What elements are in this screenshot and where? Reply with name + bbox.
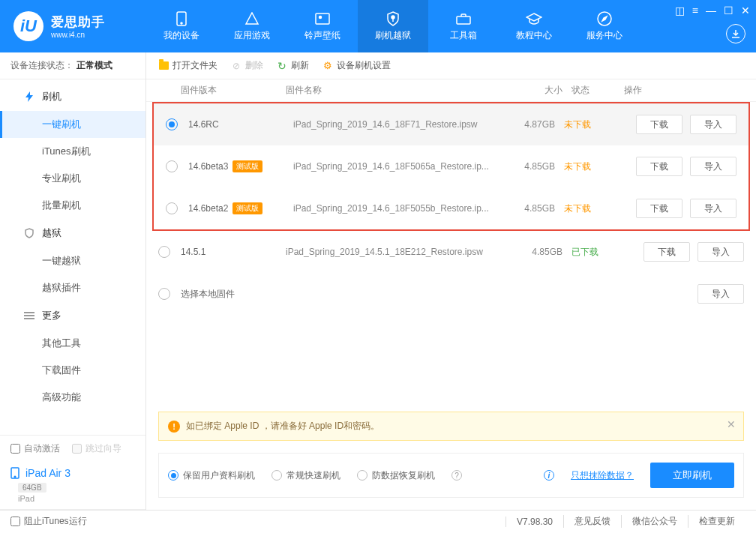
- sidebar-group-flash[interactable]: 刷机: [0, 82, 146, 111]
- sidebar-item-itunes-flash[interactable]: iTunes刷机: [0, 138, 146, 165]
- table-row-local: 选择本地固件 导入: [146, 273, 756, 315]
- firmware-radio[interactable]: [166, 202, 178, 214]
- sidebar-item-other-tools[interactable]: 其他工具: [0, 330, 146, 357]
- flash-mode-row: 保留用户资料刷机 常规快速刷机 防数据恢复刷机 ? i 只想抹除数据？ 立即刷机: [158, 453, 744, 498]
- svg-rect-2: [316, 13, 329, 24]
- nav-tutorials[interactable]: 教程中心: [499, 0, 569, 52]
- download-button[interactable]: 下载: [644, 242, 690, 262]
- main-panel: 打开文件夹 ⊘删除 ↻刷新 ⚙设备刷机设置 固件版本 固件名称 大小 状态 操作…: [146, 52, 756, 510]
- table-row: 14.5.1 iPad_Spring_2019_14.5.1_18E212_Re…: [146, 231, 756, 273]
- device-selector[interactable]: iPad Air 3: [0, 461, 146, 482]
- firmware-radio[interactable]: [166, 160, 178, 172]
- wechat-link[interactable]: 微信公众号: [621, 515, 688, 528]
- svg-point-4: [392, 16, 394, 19]
- storage-badge: 64GB: [18, 483, 46, 493]
- firmware-radio[interactable]: [166, 118, 178, 130]
- svg-rect-8: [24, 312, 34, 313]
- compass-icon: [596, 10, 613, 27]
- sidebar-item-batch-flash[interactable]: 批量刷机: [0, 192, 146, 219]
- svg-point-12: [14, 476, 16, 478]
- folder-icon: [159, 61, 169, 70]
- feedback-link[interactable]: 意见反馈: [563, 515, 621, 528]
- menu-icon[interactable]: ≡: [692, 4, 698, 16]
- toolbox-icon: [455, 10, 472, 27]
- svg-rect-10: [24, 318, 34, 319]
- device-type: iPad: [0, 493, 146, 510]
- info-icon: i: [544, 470, 554, 481]
- svg-point-3: [320, 16, 322, 19]
- nav-apps[interactable]: 应用游戏: [217, 0, 287, 52]
- flash-now-button[interactable]: 立即刷机: [650, 463, 734, 488]
- mode-keep-data[interactable]: 保留用户资料刷机: [168, 469, 255, 482]
- maximize-icon[interactable]: ☐: [724, 4, 734, 16]
- download-progress-icon[interactable]: [726, 24, 746, 43]
- toolbar: 打开文件夹 ⊘删除 ↻刷新 ⚙设备刷机设置: [146, 52, 756, 79]
- nav-service[interactable]: 服务中心: [569, 0, 640, 52]
- import-button[interactable]: 导入: [698, 242, 744, 262]
- download-button[interactable]: 下载: [636, 115, 682, 134]
- sidebar-group-jailbreak[interactable]: 越狱: [0, 219, 146, 247]
- version-label: V7.98.30: [506, 517, 563, 527]
- check-update-link[interactable]: 检查更新: [688, 515, 746, 528]
- highlighted-firmware-group: 14.6RC iPad_Spring_2019_14.6_18F71_Resto…: [152, 102, 750, 231]
- sidebar-item-pro-flash[interactable]: 专业刷机: [0, 165, 146, 192]
- import-button[interactable]: 导入: [690, 157, 736, 176]
- sidebar-item-download-fw[interactable]: 下载固件: [0, 357, 146, 384]
- beta-tag: 测试版: [232, 160, 262, 172]
- table-header: 固件版本 固件名称 大小 状态 操作: [146, 79, 756, 102]
- download-button[interactable]: 下载: [636, 199, 682, 218]
- firmware-radio[interactable]: [158, 288, 170, 300]
- window-controls: ◫ ≡ — ☐ ✕: [675, 4, 750, 16]
- download-button[interactable]: 下载: [636, 157, 682, 176]
- import-button[interactable]: 导入: [690, 199, 736, 218]
- logo[interactable]: iU 爱思助手 www.i4.cn: [0, 11, 146, 41]
- app-url: www.i4.cn: [51, 31, 105, 39]
- open-folder-button[interactable]: 打开文件夹: [158, 59, 218, 72]
- footer: 阻止iTunes运行 V7.98.30 意见反馈 微信公众号 检查更新: [0, 510, 756, 532]
- refresh-button[interactable]: ↻刷新: [277, 59, 309, 72]
- delete-button: ⊘删除: [231, 59, 263, 72]
- import-button[interactable]: 导入: [690, 115, 736, 134]
- graduation-icon: [526, 10, 542, 27]
- gear-icon: ⚙: [322, 61, 333, 71]
- minimize-icon[interactable]: —: [706, 4, 716, 16]
- help-icon[interactable]: ?: [452, 470, 462, 481]
- sidebar-group-more[interactable]: 更多: [0, 301, 146, 330]
- erase-only-link[interactable]: 只想抹除数据？: [571, 469, 634, 482]
- close-notice-icon[interactable]: ✕: [727, 418, 736, 430]
- skip-wizard-checkbox[interactable]: 跳过向导: [72, 442, 122, 455]
- sidebar-item-oneclick-flash[interactable]: 一键刷机: [0, 111, 146, 138]
- more-icon: [24, 310, 34, 321]
- sidebar: 设备连接状态： 正常模式 刷机 一键刷机 iTunes刷机 专业刷机 批量刷机 …: [0, 52, 146, 510]
- nav-flash-jailbreak[interactable]: 刷机越狱: [358, 0, 428, 52]
- sidebar-item-jb-plugins[interactable]: 越狱插件: [0, 274, 146, 301]
- image-icon: [314, 10, 331, 27]
- mode-anti-recovery[interactable]: 防数据恢复刷机: [357, 469, 435, 482]
- firmware-radio[interactable]: [158, 246, 170, 258]
- shirt-icon[interactable]: ◫: [675, 4, 685, 16]
- beta-tag: 测试版: [232, 202, 262, 214]
- nav-ringtones[interactable]: 铃声壁纸: [287, 0, 358, 52]
- tablet-icon: [10, 467, 20, 479]
- main-nav: 我的设备 应用游戏 铃声壁纸 刷机越狱 工具箱 教程中心 服务中心: [146, 0, 640, 52]
- nav-toolbox[interactable]: 工具箱: [428, 0, 499, 52]
- sidebar-item-advanced[interactable]: 高级功能: [0, 384, 146, 411]
- sidebar-item-oneclick-jb[interactable]: 一键越狱: [0, 247, 146, 274]
- device-settings-button[interactable]: ⚙设备刷机设置: [322, 59, 391, 72]
- svg-rect-9: [24, 315, 34, 316]
- stop-itunes-checkbox[interactable]: 阻止iTunes运行: [10, 515, 87, 528]
- import-button[interactable]: 导入: [698, 284, 744, 304]
- apple-id-notice: ! 如已绑定 Apple ID ，请准备好 Apple ID和密码。 ✕: [158, 412, 744, 441]
- auto-activate-checkbox[interactable]: 自动激活: [10, 442, 60, 455]
- apps-icon: [244, 10, 260, 27]
- logo-icon: iU: [14, 11, 44, 41]
- phone-icon: [173, 10, 190, 27]
- svg-point-1: [181, 22, 182, 24]
- shield-icon: [24, 228, 34, 238]
- close-icon[interactable]: ✕: [741, 4, 750, 16]
- nav-my-device[interactable]: 我的设备: [146, 0, 217, 52]
- table-row: 14.6beta2测试版 iPad_Spring_2019_14.6_18F50…: [154, 187, 748, 229]
- delete-icon: ⊘: [231, 61, 242, 71]
- connection-status: 设备连接状态： 正常模式: [0, 52, 146, 79]
- mode-normal[interactable]: 常规快速刷机: [272, 469, 340, 482]
